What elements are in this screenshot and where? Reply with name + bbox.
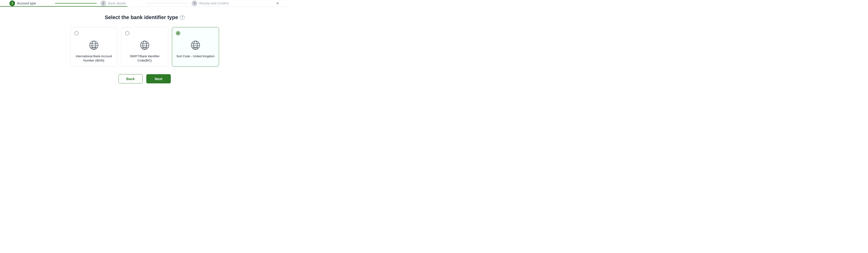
card-iban-label: International Bank Account Number (IBAN) [74,54,113,63]
card-bic-content: SWIFT/Bank Identifier Code(BIC) [125,40,164,63]
back-button[interactable]: Back [119,74,143,83]
card-iban-content: International Bank Account Number (IBAN) [74,40,113,63]
step-1-label: Account type [17,1,36,5]
stepper-progress-bar [0,6,127,7]
sort-code-icon [190,40,200,50]
section-title-container: Select the bank identifier type ? [105,15,185,21]
section-title-text: Select the bank identifier type [105,15,178,21]
step-1-number: 1 [9,0,15,6]
close-button[interactable]: × [275,0,280,7]
step-line-1 [55,3,97,3]
help-icon[interactable]: ? [180,15,185,20]
step-3-number: 3 [192,0,197,6]
modal-container: 1 Account type 2 Bank details 3 Review a… [0,0,289,84]
step-1: 1 Account type [9,0,51,6]
action-buttons: Back Next [119,74,171,83]
step-2: 2 Bank details [100,0,142,6]
identifier-cards-row: International Bank Account Number (IBAN) [70,27,219,67]
step-3: 3 Review and Confirm [192,0,234,6]
iban-icon [89,40,99,50]
step-line-2 [146,3,188,3]
card-sort-code[interactable]: Sort Code - United Kingdom [172,27,219,67]
radio-sort-code[interactable] [176,31,180,35]
card-bic[interactable]: SWIFT/Bank Identifier Code(BIC) [121,27,168,67]
radio-iban[interactable] [74,31,79,35]
next-button[interactable]: Next [146,74,171,83]
step-2-label: Bank details [108,1,126,5]
card-iban[interactable]: International Bank Account Number (IBAN) [70,27,117,67]
card-sort-code-label: Sort Code - United Kingdom [177,54,215,58]
card-bic-label: SWIFT/Bank Identifier Code(BIC) [125,54,164,63]
radio-bic[interactable] [125,31,129,35]
card-sort-code-content: Sort Code - United Kingdom [176,40,215,58]
step-3-label: Review and Confirm [199,1,229,5]
stepper-header: 1 Account type 2 Bank details 3 Review a… [0,0,289,7]
main-content: Select the bank identifier type ? [0,7,289,84]
bic-icon [140,40,150,50]
step-2-number: 2 [100,0,106,6]
